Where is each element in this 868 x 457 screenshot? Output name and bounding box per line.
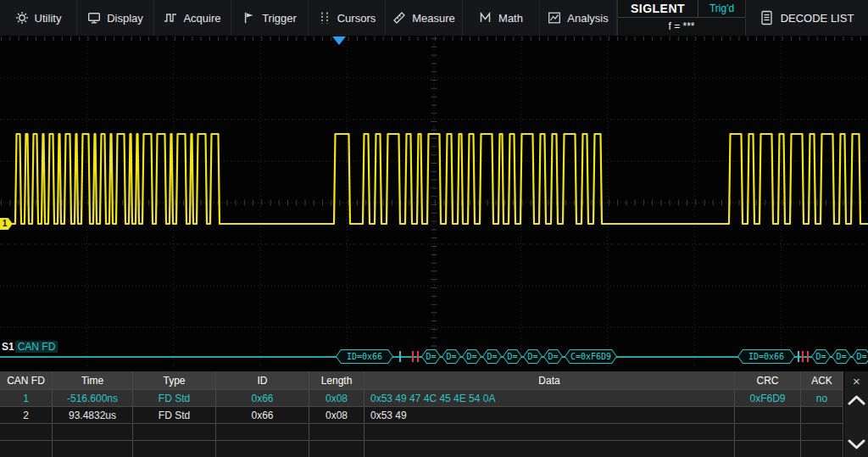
menu-item-label: Display [107,12,143,25]
oscilloscope-screen: Utility Display Acquire Trigger Cursors … [0,0,868,457]
menu-item-analysis[interactable]: Analysis [540,0,617,36]
cell-id: 0x66 [216,390,309,407]
error-tick [417,351,419,362]
cell-time: -516.600ns [53,390,133,407]
menu-item-label: Math [498,12,523,25]
error-tick [802,351,804,362]
cell-id: 0x66 [216,407,309,424]
math-icon [479,11,492,25]
column-header: ID [216,371,309,390]
cell-index: 2 [0,407,53,424]
source-name: S1 [2,341,14,353]
bus-protocol-label: CAN FD [15,341,58,353]
cell-length: 0x08 [309,407,364,424]
scroll-down-button[interactable] [846,437,867,455]
column-header: Type [133,371,216,390]
menu-item-utility[interactable]: Utility [0,0,77,36]
decode-list-panel: CAN FD Time Type ID Length Data CRC ACK … [0,371,868,457]
trigger-position-marker[interactable] [332,36,346,45]
column-header: CRC [735,371,801,390]
error-tick [807,351,809,362]
menu-item-label: Acquire [183,12,220,25]
frequency-readout: f = *** [618,18,745,35]
analysis-icon [548,11,561,25]
menu-item-cursors[interactable]: Cursors [309,0,386,36]
trigger-status-badge: Trig'd [698,0,745,18]
decode-bubble-crc: C=0xF6D9 [565,349,617,364]
column-header: Length [309,371,364,390]
gear-icon [15,11,29,25]
brand-logo: SIGLENT [618,0,698,18]
decode-table: CAN FD Time Type ID Length Data CRC ACK … [0,371,843,457]
cell-type: FD Std [133,390,216,407]
column-header: CAN FD [0,371,53,390]
cell-type: FD Std [133,407,216,424]
menubar: Utility Display Acquire Trigger Cursors … [0,0,868,36]
waveform-display: 1 S1CAN FD ID=0x66 D= D= D= D= D= D= D= … [0,36,868,371]
status-block: SIGLENT Trig'd f = *** [617,0,746,36]
can-bus-trace [0,134,868,224]
menu-item-acquire[interactable]: Acquire [154,0,231,36]
cell-crc [735,407,801,424]
error-tick [412,351,414,362]
menu-item-measure[interactable]: Measure [386,0,463,36]
column-header: Data [364,371,735,390]
cell-time: 93.4832us [53,407,133,424]
decode-list-label: DECODE LIST [781,12,854,25]
menu-item-trigger[interactable]: Trigger [231,0,309,36]
cell-data: 0x53 49 [364,407,735,424]
menu-item-label: Cursors [337,12,376,25]
cell-index: 1 [0,390,53,407]
menu-item-label: Utility [35,12,62,25]
menu-item-label: Trigger [262,12,297,25]
menu-item-math[interactable]: Math [463,0,540,36]
cell-ack: no [801,390,843,407]
cell-ack [801,407,843,424]
column-header: Time [53,371,133,390]
menu-item-display[interactable]: Display [77,0,154,36]
chevron-down-icon [846,437,867,452]
close-icon[interactable]: × [844,371,868,390]
column-header: ACK [801,371,843,390]
decode-source-label: S1CAN FD [2,341,58,353]
decode-list-button[interactable]: DECODE LIST [746,0,868,36]
scroll-up-button[interactable] [846,393,867,411]
decode-bubble-id: ID=0x66 [737,349,795,364]
cursors-icon [318,11,331,25]
waveform-layer [0,36,868,371]
display-icon [87,11,101,25]
measure-icon [392,11,406,25]
cell-length: 0x08 [309,390,364,407]
menu-item-label: Measure [412,12,455,25]
menu-item-label: Analysis [567,12,608,25]
cell-data: 0x53 49 47 4C 45 4E 54 0A [364,390,735,407]
table-scrollbar: × [843,371,868,457]
chevron-up-icon [846,393,867,408]
cell-crc: 0xF6D9 [735,390,801,407]
frame-delimiter-tick [399,351,401,362]
trigger-flag-icon [242,11,256,25]
decode-bubble-id: ID=0x66 [336,349,393,364]
frame-delimiter-tick [798,351,799,362]
acquire-icon [164,11,177,25]
list-icon [760,10,773,25]
